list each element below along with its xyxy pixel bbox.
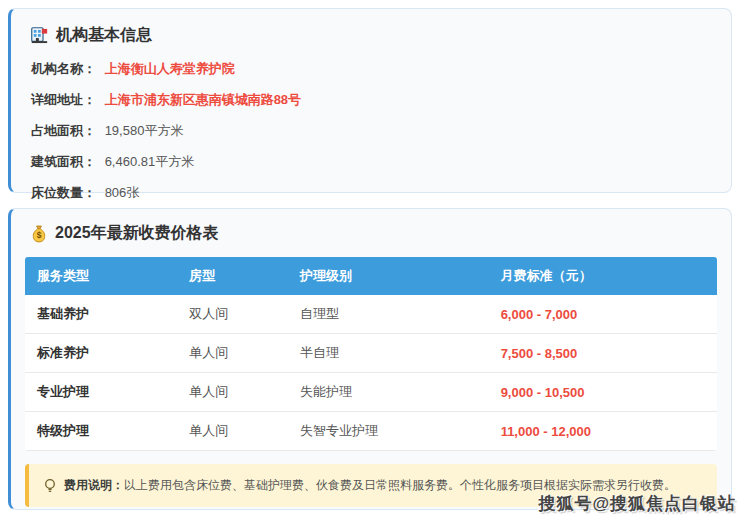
cell-monthly-fee: 7,500 - 8,500	[489, 334, 717, 373]
field-institution-name: 机构名称： 上海衡山人寿堂养护院	[25, 60, 717, 78]
field-label: 占地面积：	[31, 123, 96, 138]
cell-room-type: 单人间	[177, 334, 288, 373]
table-row: 专业护理 单人间 失能护理 9,000 - 10,500	[25, 373, 717, 412]
info-card-title-text: 机构基本信息	[56, 25, 152, 46]
cell-monthly-fee: 9,000 - 10,500	[489, 373, 717, 412]
cell-room-type: 单人间	[177, 373, 288, 412]
cell-monthly-fee: 11,000 - 12,000	[489, 412, 717, 451]
table-row: 标准养护 单人间 半自理 7,500 - 8,500	[25, 334, 717, 373]
cell-service-type: 专业护理	[25, 373, 177, 412]
field-label: 建筑面积：	[31, 154, 96, 169]
cell-room-type: 单人间	[177, 412, 288, 451]
cell-care-level: 自理型	[288, 295, 489, 334]
field-label: 机构名称：	[31, 61, 96, 76]
cell-service-type: 标准养护	[25, 334, 177, 373]
field-label: 床位数量：	[31, 185, 96, 200]
money-bag-icon: $	[31, 225, 47, 243]
table-row: 特级护理 单人间 失智专业护理 11,000 - 12,000	[25, 412, 717, 451]
cell-care-level: 失智专业护理	[288, 412, 489, 451]
info-card-title: 机构基本信息	[25, 25, 717, 46]
field-value: 上海衡山人寿堂养护院	[105, 61, 235, 76]
fee-note-body: 以上费用包含床位费、基础护理费、伙食费及日常照料服务费。个性化服务项目根据实际需…	[124, 478, 676, 492]
watermark: 搜狐号@搜狐焦点白银站	[538, 492, 736, 515]
header-service-type: 服务类型	[25, 257, 177, 295]
building-icon	[31, 27, 48, 44]
header-monthly-fee: 月费标准（元）	[489, 257, 717, 295]
table-row: 基础养护 双人间 自理型 6,000 - 7,000	[25, 295, 717, 334]
cell-monthly-fee: 6,000 - 7,000	[489, 295, 717, 334]
field-value: 上海市浦东新区惠南镇城南路88号	[105, 92, 301, 107]
field-building-area: 建筑面积： 6,460.81平方米	[25, 153, 717, 171]
cell-care-level: 失能护理	[288, 373, 489, 412]
field-bed-count: 床位数量： 806张	[25, 184, 717, 202]
price-card-title: $ 2025年最新收费价格表	[25, 223, 717, 244]
field-value: 806张	[105, 185, 140, 200]
header-care-level: 护理级别	[288, 257, 489, 295]
price-card-title-text: 2025年最新收费价格表	[55, 223, 219, 244]
lightbulb-icon	[43, 478, 57, 494]
field-value: 19,580平方米	[105, 123, 184, 138]
institution-info-card: 机构基本信息 机构名称： 上海衡山人寿堂养护院 详细地址： 上海市浦东新区惠南镇…	[8, 8, 732, 193]
field-value: 6,460.81平方米	[105, 154, 195, 169]
svg-text:$: $	[37, 230, 42, 240]
fee-note-label: 费用说明：	[64, 478, 124, 492]
cell-service-type: 特级护理	[25, 412, 177, 451]
field-label: 详细地址：	[31, 92, 96, 107]
field-address: 详细地址： 上海市浦东新区惠南镇城南路88号	[25, 91, 717, 109]
field-land-area: 占地面积： 19,580平方米	[25, 122, 717, 140]
cell-room-type: 双人间	[177, 295, 288, 334]
price-list-card: $ 2025年最新收费价格表 服务类型 房型 护理级别 月费标准（元） 基础养护…	[8, 208, 732, 510]
price-table: 服务类型 房型 护理级别 月费标准（元） 基础养护 双人间 自理型 6,000 …	[25, 257, 717, 451]
header-room-type: 房型	[177, 257, 288, 295]
cell-service-type: 基础养护	[25, 295, 177, 334]
cell-care-level: 半自理	[288, 334, 489, 373]
table-header-row: 服务类型 房型 护理级别 月费标准（元）	[25, 257, 717, 295]
